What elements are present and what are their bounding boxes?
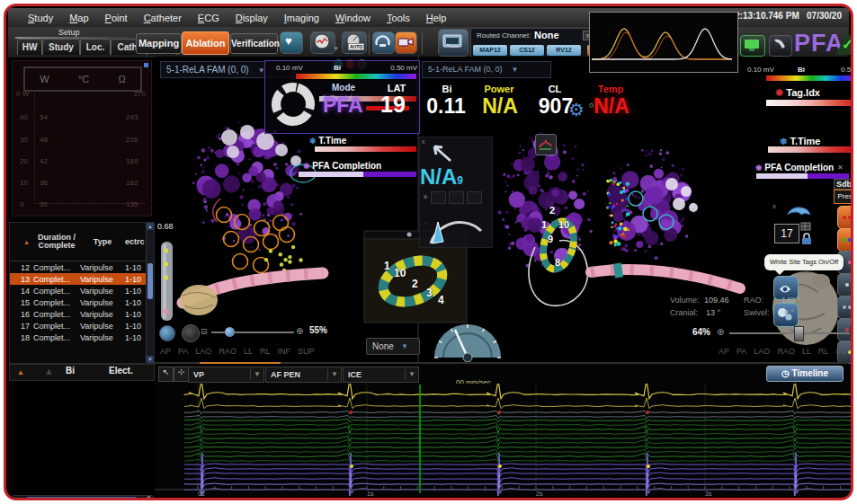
zoom-slider-thumb-v2[interactable]	[794, 326, 804, 341]
remote-display-icon[interactable]	[740, 35, 765, 57]
tag-display-button[interactable]	[837, 206, 853, 229]
sdb-button[interactable]: Sdb+	[834, 179, 853, 190]
gauge-dropdown-chevron[interactable]: ▾	[335, 45, 338, 52]
orientation-rao[interactable]: RAO	[219, 347, 237, 356]
orientation-ll[interactable]: LL	[244, 347, 253, 356]
menu-map[interactable]: Map	[69, 13, 88, 23]
bi-label[interactable]: Bi	[66, 366, 75, 376]
preset-button[interactable]: Preset	[834, 190, 853, 204]
zoom-in-icon[interactable]: ⊕	[296, 326, 303, 336]
caliper-tool-icon[interactable]: ⊹	[174, 367, 189, 382]
svg-text:4: 4	[438, 294, 444, 306]
pointer-tool-icon[interactable]: ↖	[158, 367, 174, 382]
menu-imaging[interactable]: Imaging	[284, 13, 319, 23]
map-visibility-dropdown[interactable]: None▼	[366, 338, 420, 355]
table-scrollbar[interactable]: ▲ ▼	[146, 223, 154, 363]
table-header[interactable]: ▲ Duration / Complete Type ectrc	[10, 223, 147, 261]
orientation-sup[interactable]: SUP	[298, 347, 315, 356]
timeline-button[interactable]: ◷ Timeline	[766, 366, 844, 382]
verification-button[interactable]: Verification	[230, 33, 278, 54]
menu-catheter[interactable]: Catheter	[144, 13, 182, 23]
channel-button-map12[interactable]: MAP12	[473, 45, 507, 56]
orientation-rl[interactable]: RL	[260, 347, 271, 356]
orientation-inf[interactable]: INF	[277, 347, 290, 356]
monitor-button[interactable]	[438, 29, 469, 57]
orientation-lao[interactable]: LAO	[754, 347, 770, 356]
orientation-pa[interactable]: PA	[178, 347, 188, 356]
ecg-preview-window[interactable]	[589, 12, 738, 73]
close-x-icon[interactable]: ✕	[837, 164, 844, 172]
orientation-rao[interactable]: RAO	[777, 347, 795, 356]
wing-tag-icon[interactable]	[781, 202, 812, 222]
lat-value: 19	[380, 92, 406, 118]
table-row[interactable]: 14Complet...Varipulse1-10	[10, 285, 147, 296]
scrollbar-knob[interactable]	[147, 496, 151, 500]
menu-tools[interactable]: Tools	[387, 13, 410, 23]
scroll-up-icon[interactable]: ▲	[147, 223, 154, 230]
orientation-rl[interactable]: RL	[818, 347, 829, 356]
ecg-gauge-button[interactable]	[310, 31, 335, 54]
menu-display[interactable]: Display	[236, 13, 268, 23]
table-row[interactable]: 13Complet...Varipulse1-10	[10, 273, 147, 285]
ablation-button[interactable]: Ablation	[182, 31, 229, 55]
carm-button[interactable]	[372, 31, 395, 54]
menu-point[interactable]: Point	[105, 13, 128, 23]
scroll-down-icon[interactable]: ▼	[147, 356, 154, 363]
ecg-dropdown-vp[interactable]: VP▼	[188, 367, 264, 383]
close-x-icon[interactable]: x	[422, 138, 425, 145]
ecg-dropdown-af-pen[interactable]: AF PEN▼	[265, 367, 342, 383]
orientation-pa[interactable]: PA	[736, 347, 746, 356]
clipboard-tool-icon[interactable]	[535, 134, 557, 155]
table-row[interactable]: 12Complet...Varipulse1-10	[10, 261, 147, 273]
grid-icon[interactable]	[800, 222, 811, 231]
table-row[interactable]: 17Complet...Varipulse1-10	[10, 320, 147, 332]
channel-button-rv12[interactable]: RV12	[547, 45, 581, 56]
ecg-traces[interactable]: 0s1s2s3s	[155, 384, 853, 496]
zoom-in-icon[interactable]: ⊕	[717, 327, 724, 337]
orientation-inf[interactable]: INF	[835, 347, 849, 356]
orientation-ll[interactable]: LL	[802, 347, 811, 356]
lock-icon[interactable]	[800, 233, 813, 245]
setup-tab-study[interactable]: Study	[42, 39, 80, 55]
menu-window[interactable]: Window	[335, 13, 370, 23]
mapping-button[interactable]: Mapping	[136, 33, 182, 54]
gear-icon[interactable]: ⚙	[568, 99, 585, 120]
menu-ecg[interactable]: ECG	[198, 13, 219, 23]
color-scale-button[interactable]	[837, 228, 853, 252]
collapse-arrow-icon[interactable]: ▲	[17, 368, 24, 376]
menu-study[interactable]: Study	[28, 13, 53, 23]
elect-label[interactable]: Elect.	[109, 366, 133, 376]
trackball-button[interactable]	[182, 324, 200, 342]
ecg-dropdown-ice[interactable]: ICE▼	[343, 367, 419, 383]
zoom-slider-thumb2-v2[interactable]	[850, 326, 853, 341]
orientation-ap[interactable]: AP	[719, 347, 729, 356]
table-row[interactable]: 16Complet...Varipulse1-10	[10, 308, 147, 320]
auto-gauge-button[interactable]: AUTO	[342, 31, 367, 54]
map-selector-viewport2[interactable]: 5-1-ReLA FAM (0, 0)▼	[422, 61, 551, 78]
orientation-ap[interactable]: AP	[160, 347, 171, 356]
channel-button-cs12[interactable]: CS12	[510, 45, 544, 56]
zoom-out-icon[interactable]: ⊟	[201, 327, 208, 336]
handset-icon[interactable]	[769, 35, 792, 57]
zoom-slider-thumb-v1[interactable]	[225, 327, 235, 337]
grid-button[interactable]	[837, 296, 853, 319]
zoom-slider-track-v1[interactable]	[211, 332, 294, 333]
orientation-lao[interactable]: LAO	[195, 347, 211, 356]
tag-size-field[interactable]: 17	[774, 224, 799, 243]
svg-text:2s: 2s	[536, 491, 543, 497]
left-panel-scrollbar[interactable]	[12, 495, 154, 500]
table-row[interactable]: 15Complet...Varipulse1-10	[10, 296, 147, 308]
table-row[interactable]: 18Complet...Varipulse1-10	[10, 332, 147, 343]
filter-icon[interactable]: ▲	[44, 366, 54, 376]
mesh-button[interactable]	[837, 318, 853, 341]
setup-tab-hw[interactable]: HW	[17, 39, 42, 55]
zoom-slider-track-v2[interactable]	[729, 332, 853, 334]
setup-tab-loc[interactable]: Loc.	[80, 39, 111, 55]
menu-help[interactable]: Help	[426, 13, 447, 23]
close-x-icon[interactable]: x	[772, 202, 776, 210]
settings-dots-icon[interactable]: ⣿	[850, 163, 853, 172]
camera-button[interactable]	[395, 31, 417, 54]
acquisition-heart-button[interactable]: ♥	[280, 31, 303, 54]
connector-button[interactable]	[837, 273, 853, 296]
rotate-view-button[interactable]	[159, 325, 175, 341]
